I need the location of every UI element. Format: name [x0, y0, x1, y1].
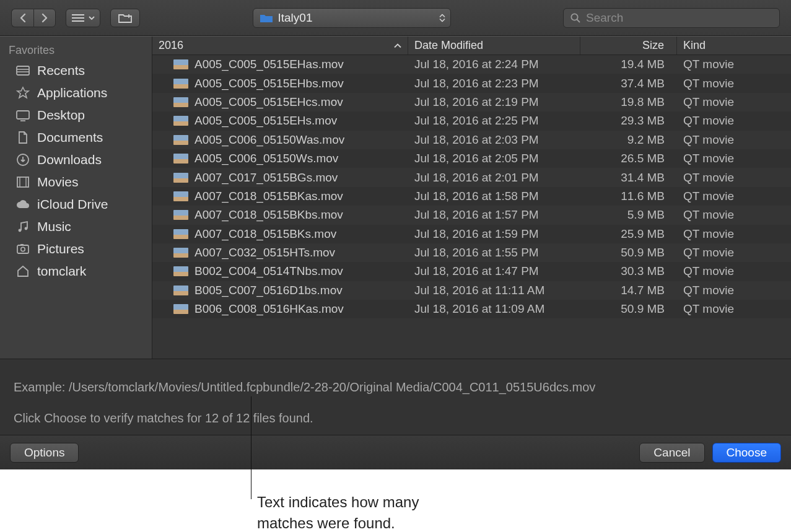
sidebar-item-downloads[interactable]: Downloads [0, 149, 152, 171]
options-button[interactable]: Options [10, 443, 79, 463]
svg-rect-10 [17, 111, 29, 119]
file-kind: QT movie [677, 171, 791, 185]
movie-thumbnail-icon [173, 248, 188, 258]
sidebar-item-icloud[interactable]: iCloud Drive [0, 193, 152, 216]
sidebar-item-documents[interactable]: Documents [0, 126, 152, 149]
file-name: A007_C018_0515BKas.mov [194, 190, 343, 203]
file-row[interactable]: A005_C005_0515EHas.movJul 18, 2016 at 2:… [152, 55, 791, 74]
file-date: Jul 18, 2016 at 2:03 PM [408, 133, 580, 147]
column-header-date[interactable]: Date Modified [408, 37, 580, 55]
file-row[interactable]: A007_C018_0515BKs.movJul 18, 2016 at 1:5… [152, 225, 791, 243]
file-size: 37.4 MB [580, 77, 677, 90]
sidebar-item-home[interactable]: tomclark [0, 260, 152, 282]
search-field[interactable] [563, 8, 780, 28]
file-row[interactable]: A005_C006_05150Was.movJul 18, 2016 at 2:… [152, 131, 791, 149]
file-kind: QT movie [677, 190, 791, 203]
file-name: A005_C006_05150Was.mov [194, 133, 344, 147]
chevron-right-icon [41, 13, 48, 23]
svg-rect-18 [17, 245, 28, 253]
file-kind: QT movie [677, 264, 791, 278]
file-size: 30.3 MB [580, 264, 677, 278]
new-folder-button[interactable] [110, 9, 140, 27]
new-folder-icon [118, 12, 133, 24]
pictures-icon [15, 242, 31, 256]
file-date: Jul 18, 2016 at 2:05 PM [408, 152, 580, 165]
file-name: A005_C006_05150Ws.mov [194, 152, 338, 165]
file-name: A005_C005_0515EHbs.mov [194, 77, 344, 90]
sidebar-item-label: tomclark [37, 264, 86, 279]
sidebar-item-label: Desktop [37, 108, 85, 123]
file-chooser-window: Italy01 Favorites RecentsApplicationsDes… [0, 0, 791, 469]
movies-icon [15, 175, 31, 189]
file-row[interactable]: A005_C005_0515EHs.movJul 18, 2016 at 2:2… [152, 111, 791, 130]
file-name: A007_C018_0515BKs.mov [194, 227, 336, 241]
file-size: 25.9 MB [580, 227, 677, 241]
file-row[interactable]: A007_C032_0515HTs.movJul 18, 2016 at 1:5… [152, 243, 791, 262]
file-name: A007_C017_0515BGs.mov [194, 171, 338, 185]
file-kind: QT movie [677, 284, 791, 297]
chevron-left-icon [19, 13, 27, 23]
folder-location-label: Italy01 [278, 11, 313, 25]
file-name: A007_C032_0515HTs.mov [194, 246, 335, 259]
column-header-size[interactable]: Size [580, 37, 677, 55]
file-date: Jul 18, 2016 at 2:23 PM [408, 77, 580, 90]
file-row[interactable]: A007_C018_0515BKbs.movJul 18, 2016 at 1:… [152, 206, 791, 224]
sidebar-item-pictures[interactable]: Pictures [0, 238, 152, 260]
movie-thumbnail-icon [173, 173, 188, 183]
sidebar-item-recents[interactable]: Recents [0, 59, 152, 82]
search-input[interactable] [586, 11, 773, 25]
nav-back-forward [11, 9, 56, 27]
file-row[interactable]: B002_C004_0514TNbs.movJul 18, 2016 at 1:… [152, 262, 791, 281]
sidebar-item-apps[interactable]: Applications [0, 82, 152, 104]
file-row[interactable]: B005_C007_0516D1bs.movJul 18, 2016 at 11… [152, 281, 791, 300]
column-header-kind[interactable]: Kind [677, 37, 791, 55]
file-date: Jul 18, 2016 at 11:11 AM [408, 284, 580, 297]
recents-icon [15, 64, 31, 77]
folder-location-popup[interactable]: Italy01 [253, 8, 451, 28]
forward-button[interactable] [33, 9, 56, 27]
file-date: Jul 18, 2016 at 1:59 PM [408, 227, 580, 241]
movie-thumbnail-icon [173, 97, 188, 107]
choose-button[interactable]: Choose [712, 443, 782, 463]
cancel-button[interactable]: Cancel [639, 443, 704, 463]
file-date: Jul 18, 2016 at 2:19 PM [408, 95, 580, 109]
svg-point-16 [19, 229, 22, 232]
file-kind: QT movie [677, 95, 791, 109]
movie-thumbnail-icon [173, 59, 188, 69]
file-date: Jul 18, 2016 at 1:58 PM [408, 190, 580, 203]
file-size: 29.3 MB [580, 114, 677, 128]
file-name: B006_C008_0516HKas.mov [194, 302, 344, 316]
folder-icon [260, 12, 273, 24]
sidebar-item-movies[interactable]: Movies [0, 171, 152, 193]
home-icon [15, 264, 31, 278]
file-row[interactable]: A005_C006_05150Ws.movJul 18, 2016 at 2:0… [152, 149, 791, 168]
file-row[interactable]: A007_C017_0515BGs.movJul 18, 2016 at 2:0… [152, 168, 791, 186]
sidebar-item-label: Movies [37, 175, 79, 190]
sidebar-item-music[interactable]: Music [0, 216, 152, 238]
file-name: A007_C018_0515BKbs.mov [194, 208, 343, 222]
file-row[interactable]: A007_C018_0515BKas.movJul 18, 2016 at 1:… [152, 187, 791, 206]
file-kind: QT movie [677, 246, 791, 259]
file-size: 50.9 MB [580, 246, 677, 259]
column-header-name[interactable]: 2016 [152, 37, 408, 55]
back-button[interactable] [11, 9, 33, 27]
file-row[interactable]: A005_C005_0515EHcs.movJul 18, 2016 at 2:… [152, 93, 791, 111]
file-date: Jul 18, 2016 at 11:09 AM [408, 302, 580, 316]
file-date: Jul 18, 2016 at 2:24 PM [408, 58, 580, 71]
callout-leader-line [251, 396, 251, 499]
file-row[interactable]: A005_C005_0515EHbs.movJul 18, 2016 at 2:… [152, 74, 791, 92]
view-mode-button[interactable] [66, 9, 100, 27]
sidebar-item-desktop[interactable]: Desktop [0, 104, 152, 126]
file-kind: QT movie [677, 227, 791, 241]
sidebar-item-label: Applications [37, 85, 107, 100]
file-list: 2016 Date Modified Size Kind A005_C005_0… [152, 37, 791, 359]
search-icon [570, 12, 581, 24]
file-row[interactable]: B006_C008_0516HKas.movJul 18, 2016 at 11… [152, 300, 791, 318]
movie-thumbnail-icon [173, 304, 188, 314]
list-view-icon [71, 14, 85, 22]
documents-icon [15, 131, 31, 144]
info-panel: Example: /Users/tomclark/Movies/Untitled… [0, 359, 791, 435]
sidebar-item-label: Downloads [37, 152, 102, 167]
example-path-text: Example: /Users/tomclark/Movies/Untitled… [14, 378, 777, 396]
movie-thumbnail-icon [173, 286, 188, 295]
